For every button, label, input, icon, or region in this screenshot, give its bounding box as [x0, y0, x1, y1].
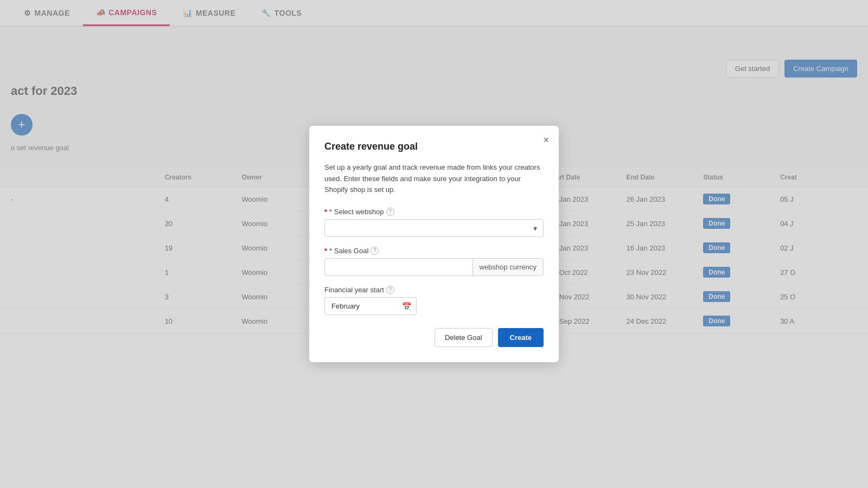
currency-label: webshop currency: [473, 258, 544, 276]
create-button[interactable]: Create: [498, 328, 544, 347]
create-revenue-goal-modal: Create revenue goal × Set up a yearly go…: [309, 126, 559, 362]
select-webshop-group: * * Select webshop ? ▾: [324, 208, 544, 237]
financial-year-date-wrapper: 📅: [324, 297, 417, 315]
sales-goal-label: * * Sales Goal ?: [324, 247, 544, 255]
webshop-select[interactable]: [324, 219, 544, 237]
modal-title: Create revenue goal: [324, 141, 544, 152]
sales-goal-group: * * Sales Goal ? webshop currency: [324, 247, 544, 276]
webshop-select-wrapper: ▾: [324, 219, 544, 237]
modal-close-button[interactable]: ×: [543, 134, 549, 146]
modal-overlay: Create revenue goal × Set up a yearly go…: [0, 0, 868, 488]
modal-description: Set up a yearly goal and track revenue m…: [324, 162, 544, 196]
delete-goal-button[interactable]: Delete Goal: [435, 328, 493, 347]
sales-goal-input-wrapper: webshop currency: [324, 258, 544, 276]
financial-year-label: Financial year start ?: [324, 286, 544, 294]
webshop-help-icon[interactable]: ?: [386, 208, 394, 216]
modal-actions: Delete Goal Create: [324, 328, 544, 347]
financial-year-group: Financial year start ? 📅: [324, 286, 544, 315]
sales-goal-input[interactable]: [324, 258, 473, 276]
sales-goal-help-icon[interactable]: ?: [371, 247, 379, 255]
select-webshop-label: * * Select webshop ?: [324, 208, 544, 216]
financial-year-input[interactable]: [324, 297, 417, 315]
financial-year-help-icon[interactable]: ?: [386, 286, 394, 294]
